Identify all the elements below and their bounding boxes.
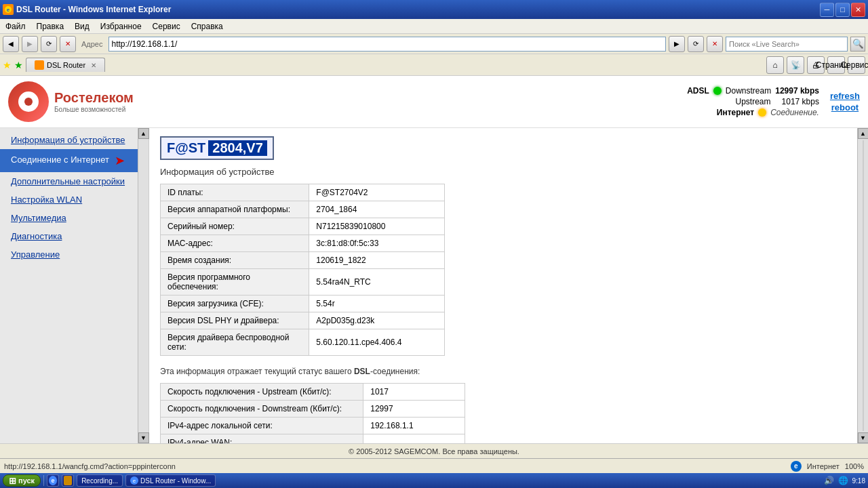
back-button[interactable]: ◀ (3, 36, 19, 52)
table-row: Версия загрузчика (CFE): 5.54r (161, 296, 445, 312)
table-row: Версия программного обеспечения: 5.54ra4… (161, 269, 445, 296)
window-title: DSL Router - Windows Internet Explorer (16, 5, 817, 14)
menu-favorites[interactable]: Избранное (95, 20, 147, 33)
refresh-nav-button[interactable]: ⟳ (688, 36, 704, 52)
browser-tab[interactable]: DSL Router ✕ (26, 58, 105, 72)
sidebar-item-management[interactable]: Управление (0, 245, 149, 264)
maximize-button[interactable]: □ (835, 3, 850, 17)
forward-button[interactable]: ▶ (22, 36, 38, 52)
taskbar-recording-icon (64, 476, 72, 485)
wan-ip-value (363, 434, 465, 444)
scroll-down-arrow[interactable]: ▼ (138, 432, 149, 443)
menu-bar: Файл Правка Вид Избранное Сервис Справка (0, 19, 868, 34)
menu-file[interactable]: Файл (0, 20, 31, 33)
network-icon: 🌐 (838, 476, 848, 485)
copyright-text: © 2005-2012 SAGEMCOM. Все права защищены… (5, 447, 863, 455)
logo-title: Ростелеком (54, 90, 134, 106)
refresh-link[interactable]: refresh (830, 91, 860, 101)
address-bar: ◀ ▶ ⟳ ✕ Адрес ▶ ⟳ ✕ 🔍 (0, 34, 868, 54)
taskbar-item-recording[interactable]: Recording... (77, 474, 123, 487)
tab-close-icon[interactable]: ✕ (91, 62, 96, 69)
refresh-reboot-panel: refresh reboot (830, 91, 860, 113)
internet-zone-label: Интернет (807, 462, 840, 470)
board-id-value: F@ST2704V2 (309, 184, 445, 201)
search-button[interactable]: 🔍 (850, 37, 865, 52)
start-button[interactable]: ⊞ пуск (3, 474, 41, 487)
dsl-phy-value: A2pD035g.d23k (309, 312, 445, 329)
reboot-link[interactable]: reboot (831, 102, 859, 113)
taskbar-divider (43, 475, 44, 486)
adsl-status-dot (713, 87, 722, 95)
router-page: Ростелеком Больше возможностей ADSL Down… (0, 76, 868, 458)
stop-button[interactable]: ✕ (60, 36, 76, 52)
taskbar-dsl-icon: e (130, 476, 138, 485)
upstream-label: Upstream (736, 97, 771, 106)
taskbar-item-ie2[interactable] (62, 474, 74, 487)
menu-view[interactable]: Вид (69, 20, 95, 33)
sidebar-item-wlan[interactable]: Настройка WLAN (0, 190, 149, 209)
taskbar-recording-label: Recording... (81, 477, 118, 485)
close-button[interactable]: ✕ (851, 3, 865, 17)
lan-ip-label: IPv4-адрес локальной сети: (161, 418, 363, 434)
add-favorites-icon: ★ (14, 60, 23, 70)
page-scroll-down[interactable]: ▼ (858, 432, 869, 443)
page-scrollbar: ▲ ▼ (857, 128, 868, 443)
zoom-level: 100% (845, 462, 864, 470)
downstream-value: 12997 kbps (775, 86, 819, 96)
tab-label: DSL Router (47, 61, 85, 69)
hardware-version-label: Версия аппаратной платформы: (161, 201, 309, 218)
taskbar-item-ie-icon[interactable]: e (47, 474, 59, 487)
menu-edit[interactable]: Правка (31, 20, 70, 33)
stop-nav-button[interactable]: ✕ (707, 36, 723, 52)
start-label: пуск (18, 476, 35, 485)
mac-value: 3c:81:d8:0f:5c:33 (309, 235, 445, 252)
logo-circle (8, 81, 49, 122)
status-bar-right: e Интернет 100% (791, 461, 864, 472)
search-input[interactable] (726, 37, 848, 52)
sound-icon: 🔊 (824, 476, 834, 485)
sidebar-item-internet[interactable]: Соединение с Интернет ➤ (0, 149, 149, 172)
serial-label: Серийный номер: (161, 218, 309, 235)
scroll-up-arrow[interactable]: ▲ (138, 128, 149, 139)
ie-status-icon: e (791, 461, 802, 472)
logo-subtitle: Больше возможностей (54, 106, 134, 113)
refresh-button[interactable]: ⟳ (41, 36, 57, 52)
menu-help[interactable]: Справка (186, 20, 229, 33)
downstream-speed-value: 12997 (363, 401, 465, 418)
taskbar-item-dslrouter[interactable]: e DSL Router - Window... (125, 474, 216, 487)
go-button[interactable]: ▶ (669, 36, 685, 52)
table-row: Скорость подключения - Downstream (Кбит/… (161, 401, 465, 418)
sidebar-item-multimedia[interactable]: Мультимедиа (0, 209, 149, 227)
logo-dot (24, 98, 33, 106)
table-row: Версия драйвера беспроводной сети: 5.60.… (161, 329, 445, 356)
taskbar: ⊞ пуск e Recording... e DSL Router - Win… (0, 473, 868, 488)
url-status-text: http://192.168.1.1/wancfg.cmd?action=ppp… (4, 462, 176, 470)
upstream-speed-label: Скорость подключения - Upstream (Кбит/с)… (161, 384, 363, 401)
sidebar-item-diagnostics[interactable]: Диагностика (0, 227, 149, 245)
device-title-prefix: F@ST (167, 140, 205, 156)
logo-inner (18, 92, 39, 112)
table-row: Версия DSL PHY и драйвера: A2pD035g.d23k (161, 312, 445, 329)
table-row: Версия аппаратной платформы: 2704_1864 (161, 201, 445, 218)
page-scroll-up[interactable]: ▲ (858, 128, 869, 139)
address-input[interactable] (108, 37, 667, 52)
sidebar-item-device-info[interactable]: Информация об устройстве (0, 131, 149, 149)
sidebar-scrollbar: ▲ ▼ (138, 128, 149, 443)
feeds-button[interactable]: 📡 (787, 56, 804, 74)
adsl-status-row: ADSL Downstream 12997 kbps (687, 86, 819, 96)
table-row: IPv4-адрес локальной сети: 192.168.1.1 (161, 418, 465, 434)
rostelecom-logo: Ростелеком Больше возможностей (8, 81, 134, 122)
sidebar-item-additional[interactable]: Дополнительные настройки (0, 172, 149, 190)
menu-tools[interactable]: Сервис (147, 20, 186, 33)
serial-value: N71215839010800 (309, 218, 445, 235)
logo-text: Ростелеком Больше возможностей (54, 90, 134, 113)
tools-button[interactable]: Сервис▾ (848, 56, 865, 74)
tab-area: DSL Router ✕ (26, 58, 764, 72)
status-panel: ADSL Downstream 12997 kbps Upstream 1017… (687, 86, 860, 117)
table-row: ID платы: F@ST2704V2 (161, 184, 445, 201)
table-row: Время создания: 120619_1822 (161, 252, 445, 269)
wan-ip-label: IPv4-адрес WAN: (161, 434, 363, 444)
home-button[interactable]: ⌂ (766, 56, 784, 74)
minimize-button[interactable]: ─ (820, 3, 834, 17)
internet-status-dot (758, 108, 766, 117)
